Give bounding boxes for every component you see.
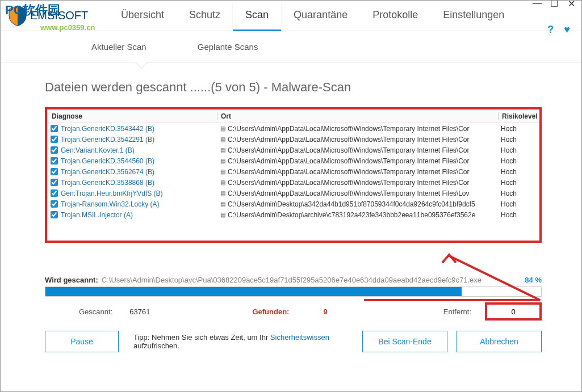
scanning-path: C:\Users\Admin\Desktop\avc\Pua\03682209a… — [102, 276, 523, 284]
row-ort: C:\Users\Admin\AppData\Local\Microsoft\W… — [228, 179, 499, 187]
window-controls: — ☐ ✕ — [534, 0, 581, 7]
row-ort: C:\Users\Admin\Desktop\archive\c783192a4… — [228, 211, 499, 219]
scanning-percent: 84 % — [525, 276, 542, 284]
removed-label: Entfernt: — [443, 307, 471, 316]
table-row[interactable]: Trojan.GenericKD.3542291 (B)▤C:\Users\Ad… — [47, 134, 539, 145]
file-icon: ▤ — [217, 125, 228, 132]
row-risk: Hoch — [499, 211, 539, 219]
found-label: Gefunden: — [252, 307, 289, 316]
sub-nav: Aktueller ScanGeplante Scans — [1, 31, 581, 63]
row-diagnose[interactable]: Trojan.GenericKD.3538868 (B) — [61, 179, 217, 187]
row-checkbox[interactable] — [47, 189, 61, 197]
watermark-url: www.pc0359.cn — [40, 23, 95, 32]
nav-item-schutz[interactable]: Schutz — [177, 1, 233, 31]
row-diagnose[interactable]: Gen:Variant.Kovter.1 (B) — [61, 146, 217, 154]
row-ort: C:\Users\Admin\Desktop\a342da44b1d951bf8… — [228, 200, 499, 208]
row-ort: C:\Users\Admin\AppData\Local\Microsoft\W… — [228, 146, 499, 154]
file-icon: ▤ — [217, 201, 228, 207]
header-diagnose[interactable]: Diagnose — [47, 112, 217, 120]
progress-fill — [45, 287, 462, 296]
tip-prefix: Tipp: Nehmen Sie sich etwas Zeit, um Ihr — [133, 333, 270, 342]
row-risk: Hoch — [499, 157, 539, 165]
cancel-button[interactable]: Abbrechen — [457, 331, 542, 352]
scanning-row: Wird gescannt: C:\Users\Admin\Desktop\av… — [45, 276, 542, 284]
row-risk: Hoch — [499, 200, 539, 208]
row-checkbox[interactable] — [47, 157, 61, 165]
table-padding — [47, 220, 539, 241]
page-title: Dateien werden gescannt ......(5 von 5) … — [45, 80, 542, 95]
row-checkbox[interactable] — [47, 146, 61, 154]
scanned-value: 63761 — [129, 307, 150, 316]
row-risk: Hoch — [499, 125, 539, 133]
main-nav: ÜbersichtSchutzScanQuarantäneProtokolleE… — [108, 1, 534, 31]
row-risk: Hoch — [499, 189, 539, 197]
tip-text: Tipp: Nehmen Sie sich etwas Zeit, um Ihr… — [128, 333, 353, 350]
subnav-item-1[interactable]: Geplante Scans — [198, 42, 258, 52]
close-button[interactable]: ✕ — [568, 0, 575, 7]
found-value: 9 — [323, 307, 327, 316]
row-checkbox[interactable] — [47, 168, 61, 175]
table-header: Diagnose Ort Risikolevel — [47, 109, 539, 123]
tip-suffix: aufzufrischen. — [133, 342, 179, 350]
table-row[interactable]: Trojan.GenericKD.3543442 (B)▤C:\Users\Ad… — [47, 123, 539, 134]
row-risk: Hoch — [499, 136, 539, 144]
progress-bar — [45, 286, 542, 297]
removed-annotation-box: 0 — [485, 302, 542, 321]
file-icon: ▤ — [217, 158, 228, 164]
file-icon: ▤ — [217, 179, 228, 186]
row-ort: C:\Users\Admin\AppData\Local\Microsoft\W… — [228, 168, 499, 176]
scan-end-button[interactable]: Bei Scan-Ende — [362, 331, 447, 352]
bottom-row: Pause Tipp: Nehmen Sie sich etwas Zeit, … — [45, 331, 542, 352]
nav-item-einstellungen[interactable]: Einstellungen — [430, 1, 517, 31]
row-checkbox[interactable] — [47, 179, 61, 186]
nav-item-scan[interactable]: Scan — [233, 1, 281, 31]
file-icon: ▤ — [217, 212, 228, 218]
tip-link[interactable]: Sicherheitswissen — [270, 333, 329, 342]
row-ort: C:\Users\Admin\AppData\Local\Microsoft\W… — [228, 189, 499, 197]
nav-item-übersicht[interactable]: Übersicht — [108, 1, 177, 31]
row-checkbox[interactable] — [47, 211, 61, 218]
table-row[interactable]: Trojan-Ransom.Win32.Locky (A)▤C:\Users\A… — [47, 199, 539, 209]
row-risk: Hoch — [499, 146, 539, 154]
row-diagnose[interactable]: Trojan.GenericKD.3544560 (B) — [61, 157, 217, 165]
table-row[interactable]: Trojan.GenericKD.3538868 (B)▤C:\Users\Ad… — [47, 177, 539, 188]
nav-item-quarantäne[interactable]: Quarantäne — [281, 1, 360, 31]
results-annotation-box: Diagnose Ort Risikolevel Trojan.GenericK… — [45, 107, 542, 243]
scanning-label: Wird gescannt: — [45, 276, 98, 284]
row-diagnose[interactable]: Trojan.GenericKD.3562674 (B) — [61, 168, 217, 176]
table-body: Trojan.GenericKD.3543442 (B)▤C:\Users\Ad… — [47, 123, 539, 220]
row-diagnose[interactable]: Trojan-Ransom.Win32.Locky (A) — [61, 200, 217, 208]
table-row[interactable]: Trojan.GenericKD.3544560 (B)▤C:\Users\Ad… — [47, 155, 539, 166]
minimize-button[interactable]: — — [534, 0, 541, 7]
row-risk: Hoch — [499, 168, 539, 176]
pause-button[interactable]: Pause — [45, 331, 119, 352]
table-row[interactable]: Trojan.MSIL.Injector (A)▤C:\Users\Admin\… — [47, 209, 539, 220]
maximize-button[interactable]: ☐ — [551, 0, 558, 7]
row-checkbox[interactable] — [47, 200, 61, 208]
file-icon: ▤ — [217, 147, 228, 153]
row-risk: Hoch — [499, 179, 539, 187]
row-ort: C:\Users\Admin\AppData\Local\Microsoft\W… — [228, 157, 499, 165]
row-ort: C:\Users\Admin\AppData\Local\Microsoft\W… — [228, 125, 499, 133]
nav-item-protokolle[interactable]: Protokolle — [360, 1, 430, 31]
row-diagnose[interactable]: Gen:Trojan.Heur.bmKfrjYVdfS (B) — [61, 189, 217, 197]
header-ort[interactable]: Ort — [217, 112, 499, 120]
scanned-label: Gescannt: — [79, 307, 112, 316]
row-ort: C:\Users\Admin\AppData\Local\Microsoft\W… — [228, 136, 499, 144]
file-icon: ▤ — [217, 136, 228, 142]
row-checkbox[interactable] — [47, 125, 61, 132]
row-diagnose[interactable]: Trojan.MSIL.Injector (A) — [61, 211, 217, 219]
row-diagnose[interactable]: Trojan.GenericKD.3543442 (B) — [61, 125, 217, 133]
table-row[interactable]: Gen:Trojan.Heur.bmKfrjYVdfS (B)▤C:\Users… — [47, 188, 539, 199]
row-diagnose[interactable]: Trojan.GenericKD.3542291 (B) — [61, 136, 217, 144]
watermark-text: PC软件园 — [5, 2, 60, 19]
header-risikolevel[interactable]: Risikolevel — [499, 112, 539, 120]
subnav-item-0[interactable]: Aktueller Scan — [91, 42, 146, 52]
file-icon: ▤ — [217, 190, 228, 196]
content-area: Dateien werden gescannt ......(5 von 5) … — [1, 63, 581, 352]
row-checkbox[interactable] — [47, 136, 61, 143]
file-icon: ▤ — [217, 168, 228, 175]
table-row[interactable]: Gen:Variant.Kovter.1 (B)▤C:\Users\Admin\… — [47, 145, 539, 155]
table-row[interactable]: Trojan.GenericKD.3562674 (B)▤C:\Users\Ad… — [47, 166, 539, 177]
stats-row: Gescannt: 63761 Gefunden: 9 Entfernt: 0 — [45, 302, 542, 321]
